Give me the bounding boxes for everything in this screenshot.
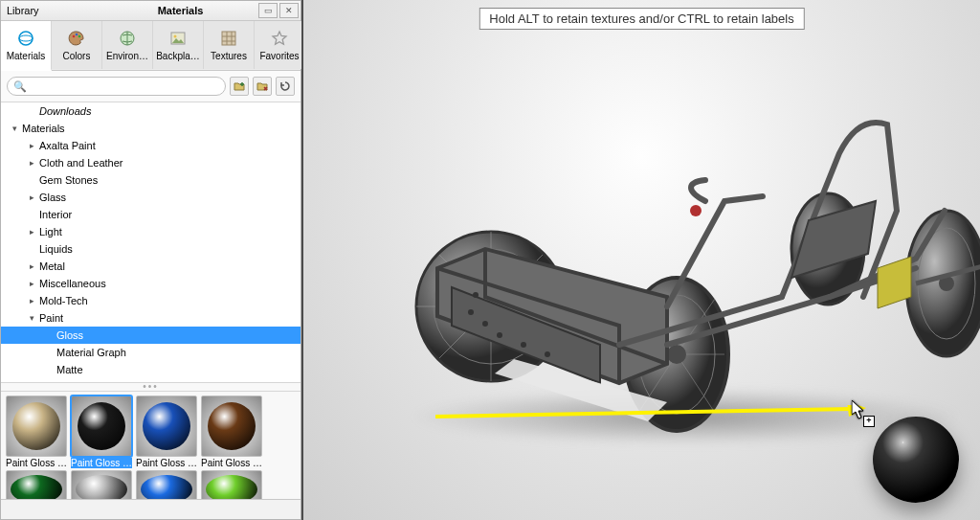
tree-label: Miscellaneous <box>39 277 106 290</box>
chevron-right-icon[interactable]: ▸ <box>26 157 37 169</box>
svg-point-31 <box>667 345 686 364</box>
material-swatch[interactable]: Paint Gloss … <box>70 396 133 468</box>
panel-title-center: Materials <box>102 5 258 16</box>
chevron-right-icon[interactable]: ▸ <box>26 140 37 151</box>
tree-item[interactable]: Material Graph <box>1 344 301 361</box>
tree-spacer <box>43 347 55 358</box>
chevron-right-icon[interactable]: ▸ <box>26 295 37 306</box>
tab-colors[interactable]: Colors <box>52 21 102 69</box>
search-row: 🔍 <box>1 71 301 102</box>
swatch-grid: Paint Gloss …Paint Gloss …Paint Gloss …P… <box>1 392 301 499</box>
material-swatch[interactable] <box>70 470 133 499</box>
panel-title-left: Library <box>1 5 102 16</box>
tree-spacer <box>26 105 37 117</box>
tab-backpla[interactable]: Backpla… <box>153 21 204 69</box>
tab-label: Textures <box>211 51 247 61</box>
tree-item[interactable]: Interior <box>1 206 301 223</box>
tree-label: Gem Stones <box>39 173 98 187</box>
tree-item[interactable]: ▸Mold-Tech <box>1 292 301 309</box>
tree-item[interactable]: ▾Materials <box>1 120 301 137</box>
material-swatch[interactable] <box>200 470 263 499</box>
sphere-outline-icon <box>17 30 34 47</box>
tree-label: Materials <box>22 122 65 135</box>
swatch-preview <box>6 396 67 457</box>
panel-titlebar: Library Materials ▭ ✕ <box>1 1 301 21</box>
chevron-down-icon[interactable]: ▾ <box>9 123 20 134</box>
viewport-hint: Hold ALT to retain textures and/or CTRL … <box>479 8 804 30</box>
swatch-preview <box>136 470 197 499</box>
folder-add-icon[interactable] <box>230 77 249 96</box>
tab-label: Backpla… <box>156 51 200 61</box>
svg-point-0 <box>19 32 33 45</box>
svg-point-36 <box>497 332 502 338</box>
tree-item[interactable]: Gloss <box>1 327 301 344</box>
undock-icon[interactable]: ▭ <box>258 3 278 18</box>
close-icon[interactable]: ✕ <box>279 3 299 18</box>
folder-open-icon[interactable] <box>253 77 272 96</box>
tab-label: Environ… <box>106 51 148 61</box>
material-swatch[interactable]: Paint Gloss … <box>200 396 263 468</box>
tab-label: Favorites <box>259 51 299 61</box>
tree-label: Metal <box>39 260 65 273</box>
tab-label: Colors <box>63 51 91 61</box>
material-swatch[interactable] <box>5 470 68 499</box>
svg-point-2 <box>73 34 76 37</box>
tree-item[interactable]: Liquids <box>1 240 301 258</box>
swatch-preview <box>201 470 262 499</box>
panel-bottombar <box>1 499 301 519</box>
chevron-right-icon[interactable]: ▸ <box>26 192 37 203</box>
tree-item[interactable]: ▸Cloth and Leather <box>1 154 301 171</box>
swatch-label: Paint Gloss … <box>71 458 132 468</box>
swatch-preview <box>136 396 197 457</box>
refresh-icon[interactable] <box>276 77 295 96</box>
tree-label: Downloads <box>39 104 91 118</box>
tree-label: Liquids <box>39 242 73 256</box>
svg-point-4 <box>78 34 81 37</box>
tree-item[interactable]: ▸Glass <box>1 189 301 206</box>
tree-item[interactable]: Downloads <box>1 102 301 120</box>
3d-viewport[interactable]: Hold ALT to retain textures and/or CTRL … <box>301 0 980 520</box>
star-icon <box>271 30 288 47</box>
chevron-right-icon[interactable]: ▸ <box>26 226 37 237</box>
tree-label: Cloth and Leather <box>39 156 122 170</box>
material-tree[interactable]: Downloads▾Materials▸Axalta Paint▸Cloth a… <box>1 102 301 382</box>
tree-spacer <box>26 243 37 255</box>
tree-item[interactable]: ▸Miscellaneous <box>1 275 301 292</box>
tree-item[interactable]: Gem Stones <box>1 171 301 189</box>
swatch-preview <box>201 396 262 457</box>
tree-item[interactable]: ▸Metal <box>1 258 301 275</box>
search-input[interactable] <box>31 79 219 93</box>
tab-environ[interactable]: Environ… <box>102 21 153 69</box>
svg-point-34 <box>468 309 474 315</box>
swatch-label: Paint Gloss … <box>6 458 67 468</box>
chevron-right-icon[interactable]: ▸ <box>26 260 37 272</box>
tree-item[interactable]: ▸Axalta Paint <box>1 137 301 154</box>
tab-favorites[interactable]: Favorites <box>255 21 305 69</box>
svg-rect-8 <box>222 32 235 45</box>
svg-point-39 <box>473 292 479 298</box>
swatch-label: Paint Gloss … <box>201 458 262 468</box>
material-swatch[interactable] <box>135 470 198 499</box>
chevron-down-icon[interactable]: ▾ <box>26 312 37 324</box>
tab-label: Materials <box>7 51 46 61</box>
tree-item[interactable]: ▾Paint <box>1 309 301 327</box>
tree-item[interactable]: ▸Light <box>1 223 301 240</box>
library-panel: Library Materials ▭ ✕ MaterialsColorsEnv… <box>0 0 301 520</box>
tab-textures[interactable]: Textures <box>204 21 255 69</box>
swatch-preview <box>71 470 132 499</box>
tab-materials[interactable]: Materials <box>1 21 52 71</box>
svg-point-35 <box>482 321 488 327</box>
splitter-handle[interactable]: ••• <box>1 382 301 392</box>
vehicle-model[interactable] <box>380 57 980 441</box>
search-box[interactable]: 🔍 <box>7 77 226 96</box>
material-swatch[interactable]: Paint Gloss … <box>135 396 198 468</box>
tree-label: Mold-Tech <box>39 294 88 307</box>
tree-item[interactable]: Matte <box>1 361 301 378</box>
material-swatch[interactable]: Paint Gloss … <box>5 396 68 468</box>
image-icon <box>169 30 187 47</box>
tree-label: Matte <box>56 363 83 376</box>
drag-preview-sphere <box>873 417 959 503</box>
chevron-right-icon[interactable]: ▸ <box>26 278 37 289</box>
tree-spacer <box>26 209 37 220</box>
control-knob[interactable] <box>690 205 702 216</box>
